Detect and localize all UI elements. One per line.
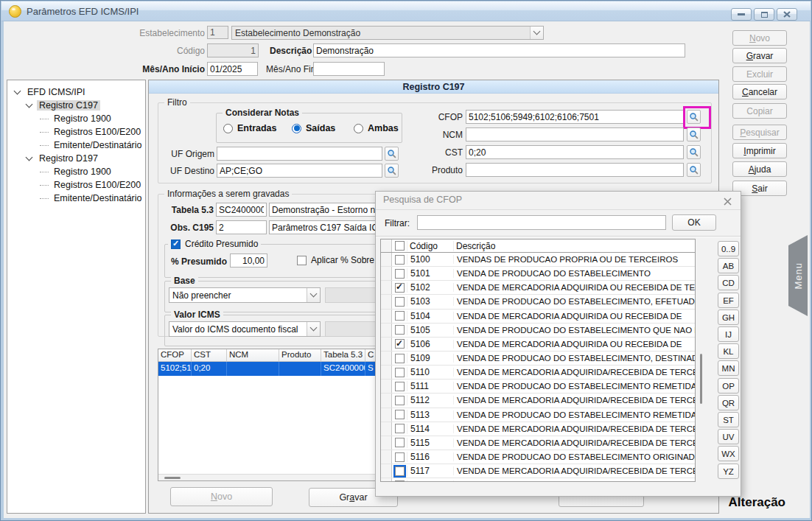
tabela-53-code-field[interactable] — [216, 203, 267, 217]
obs-c195-code-field[interactable] — [216, 220, 267, 234]
row-checkbox-cell[interactable] — [392, 480, 407, 482]
cfop-row-5113[interactable]: 5113VENDA DE PRODUCAO DO ESTABELECIMENTO… — [381, 408, 695, 422]
row-selector[interactable] — [381, 450, 392, 464]
row-selector[interactable] — [381, 267, 392, 280]
row-selector[interactable] — [381, 310, 392, 323]
cfop-row-5110[interactable]: 5110VENDA DE MERCADORIA ADQUIRIDA/RECEBI… — [381, 366, 695, 380]
action-button-cancelar[interactable]: Cancelar — [732, 84, 787, 99]
radio-ambas[interactable]: Ambas — [354, 123, 399, 133]
row-checkbox-cell[interactable] — [392, 283, 407, 293]
ok-button[interactable]: OK — [672, 214, 716, 231]
presumido-field[interactable] — [230, 253, 267, 268]
alpha-filter-0-9[interactable]: 0..9 — [718, 241, 739, 256]
maximize-button[interactable] — [754, 8, 774, 21]
tree-item-emitente-destinat-rio[interactable]: Emitente/Destinatário — [7, 139, 145, 152]
row-checkbox-cell[interactable] — [392, 339, 407, 349]
cfop-row-5109[interactable]: 5109VENDA DE PRODUCAO DO ESTABELECIMENTO… — [381, 352, 695, 366]
alpha-filter-yz[interactable]: YZ — [718, 464, 739, 479]
row-selector[interactable] — [381, 464, 392, 478]
cfop-row-5117[interactable]: 5117VENDA DE MERCADORIA ADQUIRIDA/RECEBI… — [381, 464, 695, 478]
cfop-row-5118[interactable]: 5118VENDA DE PRODUCAO DO ESTABELECIMENTO… — [381, 478, 695, 482]
scrollbar-thumb[interactable] — [164, 477, 181, 479]
alpha-filter-st[interactable]: ST — [718, 412, 739, 427]
cfop-row-5116[interactable]: 5116VENDA DE PRODUCAO DO ESTABELECIMENTO… — [381, 450, 695, 464]
alpha-filter-kl[interactable]: KL — [718, 343, 739, 359]
row-checkbox-cell[interactable] — [392, 255, 407, 265]
row-checkbox[interactable] — [395, 382, 405, 391]
action-button-pesquisar[interactable]: Pesquisar — [732, 125, 787, 140]
row-selector[interactable] — [381, 408, 392, 422]
row-checkbox-cell[interactable] — [392, 325, 407, 335]
row-checkbox[interactable] — [395, 410, 405, 419]
row-checkbox[interactable] — [395, 339, 405, 349]
alpha-filter-cd[interactable]: CD — [718, 275, 739, 290]
uf-origem-search-button[interactable] — [385, 147, 399, 161]
estabelecimento-code-field[interactable] — [207, 26, 228, 39]
alpha-filter-mn[interactable]: MN — [718, 360, 739, 376]
row-selector[interactable] — [381, 366, 392, 379]
cfop-row-5102[interactable]: 5102VENDA DE MERCADORIA ADQUIRIDA OU REC… — [381, 281, 695, 295]
dialog-close-button[interactable] — [721, 195, 733, 207]
produto-search-button[interactable] — [687, 163, 701, 177]
row-selector[interactable] — [381, 436, 392, 450]
grid-col-cst[interactable]: CST — [192, 349, 227, 361]
row-checkbox[interactable] — [395, 480, 405, 482]
row-selector[interactable] — [381, 324, 392, 337]
grid-col-tabela[interactable]: Tabela 5.3 — [321, 349, 365, 361]
descricao-field[interactable] — [313, 43, 685, 57]
row-checkbox[interactable] — [395, 396, 405, 405]
row-checkbox[interactable] — [395, 297, 405, 307]
tree-item-registro-d197[interactable]: Registro D197 — [7, 152, 145, 165]
row-checkbox[interactable] — [395, 466, 405, 476]
cst-field[interactable] — [466, 145, 684, 159]
row-selector[interactable] — [381, 478, 392, 482]
cfop-field[interactable] — [466, 110, 684, 124]
estabelecimento-combo[interactable]: Estabelecimento Demonstração — [231, 26, 544, 40]
cfop-row-5101[interactable]: 5101VENDA DE PRODUCAO DO ESTABELECIMENTO — [381, 267, 695, 281]
vertical-scrollbar-thumb[interactable] — [700, 354, 702, 404]
row-checkbox-cell[interactable] — [392, 269, 407, 279]
row-checkbox[interactable] — [395, 438, 405, 447]
row-checkbox-cell[interactable] — [392, 368, 407, 377]
filtrar-field[interactable] — [417, 215, 666, 230]
cfop-row-5103[interactable]: 5103VENDA DE PRODUCAO DO ESTABELECIMENTO… — [381, 295, 695, 309]
alpha-filter-wx[interactable]: WX — [718, 446, 739, 461]
row-checkbox[interactable] — [395, 424, 405, 433]
mes-ano-fim-field[interactable] — [313, 62, 385, 76]
close-button[interactable] — [777, 8, 797, 21]
radio-saidas[interactable]: Saídas — [292, 123, 335, 133]
row-selector[interactable] — [381, 281, 392, 294]
cfop-row-5114[interactable]: 5114VENDA DE MERCADORIA ADQUIRIDA/RECEBI… — [381, 422, 695, 436]
action-button-copiar[interactable]: Copiar — [732, 103, 787, 119]
grid-col-ncm[interactable]: NCM — [227, 349, 279, 361]
cfop-row-5115[interactable]: 5115VENDA DE MERCADORIA ADQUIRIDA/RECEBI… — [381, 436, 695, 450]
row-selector[interactable] — [381, 338, 392, 351]
alpha-filter-ef[interactable]: EF — [718, 293, 739, 308]
grid-col-produto[interactable]: Produto — [279, 349, 321, 361]
row-checkbox-cell[interactable] — [392, 410, 407, 419]
row-checkbox[interactable] — [395, 325, 405, 335]
base-select[interactable]: Não preencher — [169, 287, 321, 303]
codigo-column-header[interactable]: Código — [407, 241, 453, 251]
row-checkbox-cell[interactable] — [392, 354, 407, 363]
row-checkbox-cell[interactable] — [392, 438, 407, 447]
cfop-row-5105[interactable]: 5105VENDA DE PRODUCAO DO ESTABELECIMENTO… — [381, 324, 695, 338]
row-checkbox[interactable] — [395, 354, 405, 363]
alpha-filter-uv[interactable]: UV — [718, 429, 739, 444]
cst-search-button[interactable] — [687, 145, 701, 159]
tree-item-emitente-destinat-rio[interactable]: Emitente/Destinatário — [7, 192, 145, 205]
row-checkbox[interactable] — [395, 311, 405, 321]
select-all-cell[interactable] — [392, 241, 407, 251]
credito-presumido-checkbox[interactable]: Crédito Presumido — [168, 239, 261, 249]
row-checkbox[interactable] — [395, 368, 405, 377]
action-button-ajuda[interactable]: Ajuda — [732, 161, 787, 177]
cfop-row-5100[interactable]: 5100VENDAS DE PRODUCAO PROPRIA OU DE TER… — [381, 253, 695, 267]
novo-bottom-button[interactable]: Novo — [170, 487, 273, 506]
row-selector[interactable] — [381, 422, 392, 436]
tree-item-registro-1900[interactable]: Registro 1900 — [7, 112, 145, 125]
ncm-search-button[interactable] — [687, 127, 701, 141]
minimize-button[interactable] — [731, 8, 752, 21]
tree-item-registros-e100-e200[interactable]: Registros E100/E200 — [7, 125, 145, 139]
row-checkbox[interactable] — [395, 269, 405, 279]
row-checkbox-cell[interactable] — [392, 424, 407, 433]
